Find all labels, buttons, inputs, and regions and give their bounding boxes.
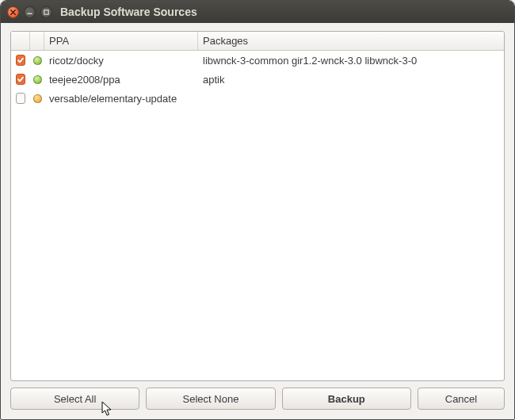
cancel-button[interactable]: Cancel — [418, 388, 505, 410]
window-controls — [7, 6, 52, 18]
header-packages[interactable]: Packages — [198, 32, 504, 50]
status-dot-icon — [33, 75, 42, 84]
window-title: Backup Software Sources — [60, 6, 197, 18]
row-status-cell — [30, 75, 44, 84]
status-dot-icon — [33, 94, 42, 103]
table-row[interactable]: versable/elementary-update — [11, 89, 504, 108]
checkbox[interactable] — [16, 55, 25, 66]
app-window: Backup Software Sources PPA Packages ric… — [0, 0, 515, 420]
row-packages: aptik — [198, 74, 504, 86]
header-check[interactable] — [11, 32, 30, 50]
checkbox[interactable] — [16, 93, 25, 104]
row-checkbox-cell — [11, 93, 30, 104]
action-bar: Select All Select None Backup Cancel — [10, 388, 505, 410]
select-none-button[interactable]: Select None — [146, 388, 275, 410]
row-status-cell — [30, 94, 44, 103]
row-ppa: teejee2008/ppa — [44, 74, 198, 86]
content-area: PPA Packages ricotz/docky libwnck-3-comm… — [1, 23, 514, 419]
row-ppa: ricotz/docky — [44, 55, 198, 67]
svg-rect-0 — [44, 10, 48, 13]
header-ppa[interactable]: PPA — [44, 32, 198, 50]
minimize-icon[interactable] — [24, 6, 36, 18]
header-status[interactable] — [30, 32, 44, 50]
row-ppa: versable/elementary-update — [44, 93, 198, 105]
table-row[interactable]: ricotz/docky libwnck-3-common gir1.2-wnc… — [11, 51, 504, 70]
checkbox[interactable] — [16, 74, 25, 85]
close-icon[interactable] — [7, 6, 19, 18]
list-body: ricotz/docky libwnck-3-common gir1.2-wnc… — [11, 51, 504, 380]
table-row[interactable]: teejee2008/ppa aptik — [11, 70, 504, 89]
row-checkbox-cell — [11, 55, 30, 66]
select-all-button[interactable]: Select All — [10, 388, 139, 410]
row-packages: libwnck-3-common gir1.2-wnck-3.0 libwnck… — [198, 55, 504, 67]
list-header: PPA Packages — [11, 32, 504, 51]
titlebar[interactable]: Backup Software Sources — [1, 1, 514, 23]
backup-button[interactable]: Backup — [282, 388, 411, 410]
row-status-cell — [30, 56, 44, 65]
row-checkbox-cell — [11, 74, 30, 85]
status-dot-icon — [33, 56, 42, 65]
maximize-icon[interactable] — [40, 6, 52, 18]
ppa-list: PPA Packages ricotz/docky libwnck-3-comm… — [10, 31, 505, 381]
